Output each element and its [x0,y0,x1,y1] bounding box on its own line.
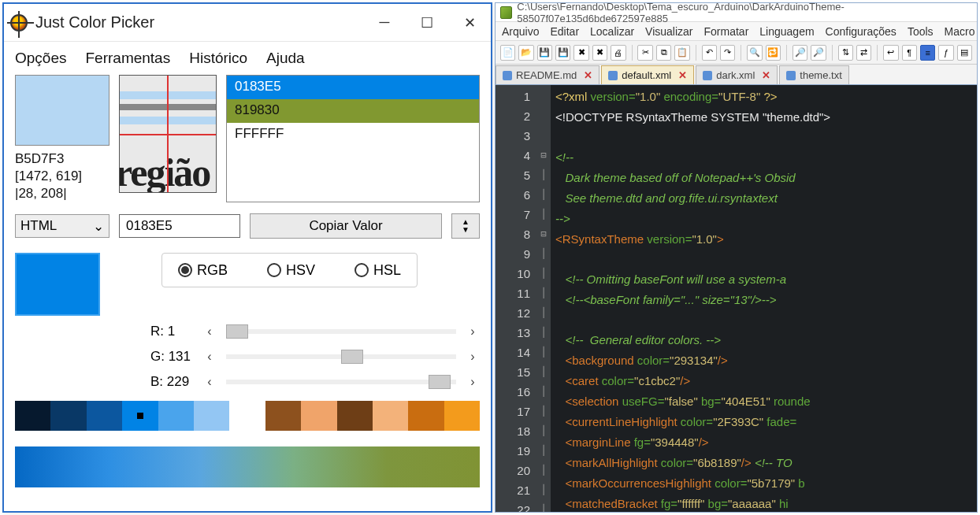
func-list-icon[interactable]: ƒ [938,45,953,61]
current-color-block: B5D7F3 [1472, 619] |28, 208| [15,75,110,202]
zoom-out-icon[interactable]: 🔎 [811,45,826,61]
npp-menu-item[interactable]: Localizar [590,25,634,38]
npp-menu-item[interactable]: Linguagem [759,25,814,38]
menu-ferramentas[interactable]: Ferramentas [85,50,170,67]
npp-tabs: README.md✕default.xml✕dark.xml✕theme.txt [496,65,977,85]
strip-color[interactable] [373,401,408,431]
save-icon[interactable]: 💾 [537,45,552,61]
npp-menu-item[interactable]: Editar [550,25,579,38]
slider-r[interactable]: R: 1 ‹ › [150,319,480,344]
radio-hsl[interactable]: HSL [355,262,401,279]
strip-color[interactable] [408,401,444,431]
npp-menu-item[interactable]: Formatar [704,25,749,38]
replace-icon[interactable]: 🔁 [766,45,781,61]
arrow-left-icon[interactable]: ‹ [202,324,217,339]
history-item[interactable]: 819830 [227,99,479,123]
arrow-left-icon[interactable]: ‹ [202,375,217,389]
line-gutter: 1234567891011121314151617181920212223 [496,85,536,512]
arrow-right-icon[interactable]: › [466,350,480,364]
strip-color[interactable] [87,401,122,431]
strip-color[interactable] [122,401,158,431]
npp-menu-item[interactable]: Visualizar [645,25,692,38]
spin-button[interactable]: ▲▼ [451,213,480,239]
copy-button[interactable]: Copiar Valor [250,213,442,239]
npp-titlebar: C:\Users\Fernando\Desktop\Tema_escuro_Ar… [496,3,977,22]
radio-hsv[interactable]: HSV [267,262,315,279]
slider-b[interactable]: B: 229 ‹ › [150,369,480,395]
maximize-button[interactable]: ☐ [417,13,437,33]
close-all-icon[interactable]: ✖ [592,45,607,61]
close-button[interactable]: ✕ [459,13,480,33]
find-icon[interactable]: 🔍 [747,45,762,61]
npp-tab[interactable]: dark.xml✕ [696,65,778,84]
arrow-right-icon[interactable]: › [466,375,480,389]
show-all-icon[interactable]: ¶ [902,45,917,61]
zoom-text: região [119,153,210,192]
swatch-hex: B5D7F3 [15,150,110,168]
wrap-icon[interactable]: ↩ [883,45,898,61]
copy-icon[interactable]: ⧉ [656,45,671,61]
npp-tab[interactable]: default.xml✕ [601,65,694,84]
fold-gutter[interactable]: ⊟│││⊟││││││││││││││⊟ [536,85,551,512]
hex-input[interactable] [119,214,240,238]
arrow-left-icon[interactable]: ‹ [202,350,217,364]
npp-menu-item[interactable]: Macro [945,25,975,38]
npp-menu-item[interactable]: Tools [908,25,934,38]
open-icon[interactable]: 📂 [518,45,533,61]
file-icon [703,71,712,80]
swatch-offset: |28, 208| [15,185,110,202]
strip-color[interactable] [337,401,373,431]
strip-color[interactable] [229,401,265,431]
strip-color[interactable] [15,401,50,431]
strip-color[interactable] [158,401,194,431]
npp-editor[interactable]: 1234567891011121314151617181920212223 ⊟│… [496,85,977,512]
redo-icon[interactable]: ↷ [720,45,735,61]
format-value: HTML [20,218,57,234]
history-item[interactable]: 0183E5 [227,76,479,99]
npp-toolbar: 📄 📂 💾 💾 ✖ ✖ 🖨 ✂ ⧉ 📋 ↶ ↷ 🔍 🔁 🔎 🔎 ⇅ ⇄ ↩ ¶ … [496,41,977,65]
npp-menu-item[interactable]: Arquivo [502,25,539,38]
minimize-button[interactable]: ─ [374,13,395,33]
npp-tab[interactable]: README.md✕ [496,65,600,84]
strip-color[interactable] [194,401,229,431]
paste-icon[interactable]: 📋 [674,45,689,61]
close-tab-icon[interactable]: ✕ [762,69,770,81]
radio-rgb[interactable]: RGB [178,262,228,279]
code-area[interactable]: <?xml version="1.0" encoding="UTF-8" ?> … [551,85,977,512]
arrow-right-icon[interactable]: › [466,324,480,339]
undo-icon[interactable]: ↶ [702,45,717,61]
file-icon [786,71,796,80]
strip-color[interactable] [50,401,86,431]
sync-v-icon[interactable]: ⇅ [838,45,853,61]
gradient-bar[interactable] [15,446,480,487]
indent-guide-icon[interactable]: ≡ [920,45,935,61]
close-tab-icon[interactable]: ✕ [678,69,687,81]
strip-color[interactable] [265,401,301,431]
menu-historico[interactable]: Histórico [189,50,247,67]
jcp-window: Just Color Picker ─ ☐ ✕ Opções Ferrament… [2,2,492,513]
history-list[interactable]: 0183E5 819830 FFFFFF [226,75,480,202]
new-file-icon[interactable]: 📄 [500,45,515,61]
sync-h-icon[interactable]: ⇄ [856,45,871,61]
file-icon [503,71,512,80]
save-all-icon[interactable]: 💾 [555,45,570,61]
doc-map-icon[interactable]: ▤ [957,45,972,61]
strip-color[interactable] [301,401,336,431]
npp-window: C:\Users\Fernando\Desktop\Tema_escuro_Ar… [495,2,978,513]
close-tab-icon[interactable]: ✕ [584,69,592,81]
menu-ajuda[interactable]: Ajuda [266,50,305,67]
color-strip[interactable] [15,401,480,431]
close-file-icon[interactable]: ✖ [574,45,588,61]
cut-icon[interactable]: ✂ [637,45,652,61]
history-item[interactable]: FFFFFF [227,123,479,146]
jcp-logo-icon [10,14,28,31]
npp-tab[interactable]: theme.txt [779,65,848,84]
zoom-in-icon[interactable]: 🔎 [793,45,807,61]
format-select[interactable]: HTML ⌄ [15,214,110,238]
color-mode-radios: RGB HSV HSL [161,253,418,287]
print-icon[interactable]: 🖨 [611,45,625,61]
menu-opcoes[interactable]: Opções [15,50,66,67]
slider-g[interactable]: G: 131 ‹ › [150,344,480,369]
npp-menu-item[interactable]: Configurações [826,25,896,38]
strip-color[interactable] [444,401,480,431]
